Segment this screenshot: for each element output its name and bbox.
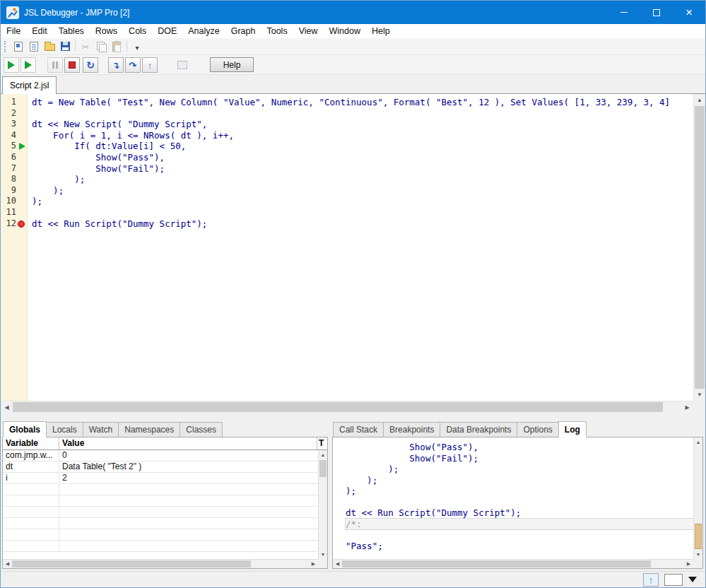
editor-code[interactable]: dt = New Table( "Test", New Column( "Val… bbox=[28, 94, 693, 401]
tab-script-2-jsl[interactable]: Script 2.jsl bbox=[2, 76, 57, 94]
editor-vertical-scrollbar[interactable] bbox=[693, 94, 705, 401]
code-line-7[interactable]: Show("Fail"); bbox=[28, 163, 693, 175]
scroll-right-arrow[interactable] bbox=[309, 560, 318, 568]
gutter-line-6[interactable]: 6 bbox=[1, 152, 27, 163]
menu-item-window[interactable]: Window bbox=[324, 24, 366, 38]
scroll-left-arrow[interactable] bbox=[333, 560, 342, 568]
column-header-type[interactable]: T bbox=[317, 437, 327, 449]
scroll-right-arrow[interactable] bbox=[681, 401, 693, 413]
code-line-10[interactable]: ); bbox=[28, 196, 693, 207]
menu-item-analyze[interactable]: Analyze bbox=[182, 24, 225, 38]
gutter-line-4[interactable]: 4 bbox=[1, 130, 27, 141]
save-button[interactable] bbox=[57, 40, 73, 54]
close-button[interactable] bbox=[673, 1, 705, 24]
gutter-line-2[interactable]: 2 bbox=[1, 108, 27, 119]
menu-item-file[interactable]: File bbox=[1, 24, 26, 38]
menu-item-graph[interactable]: Graph bbox=[225, 24, 261, 38]
open-button[interactable] bbox=[42, 40, 57, 54]
scroll-thumb[interactable] bbox=[319, 460, 326, 477]
continue-button[interactable] bbox=[20, 57, 36, 73]
minimize-button[interactable] bbox=[608, 1, 640, 24]
tab-classes[interactable]: Classes bbox=[180, 422, 223, 437]
scroll-thumb[interactable] bbox=[342, 560, 651, 568]
title-bar[interactable]: JSL Debugger - JMP Pro [2] bbox=[1, 1, 705, 24]
help-button[interactable]: Help bbox=[210, 57, 254, 72]
status-up-arrow-icon[interactable] bbox=[643, 573, 659, 587]
tab-call-stack[interactable]: Call Stack bbox=[333, 422, 384, 437]
step-into-button[interactable] bbox=[108, 57, 124, 73]
code-line-2[interactable] bbox=[28, 108, 693, 119]
scroll-thumb[interactable] bbox=[12, 560, 251, 568]
scroll-up-arrow[interactable] bbox=[694, 94, 705, 106]
gutter-line-8[interactable]: 8 bbox=[1, 174, 27, 185]
scroll-thumb[interactable] bbox=[695, 524, 702, 549]
gutter-line-11[interactable]: 11 bbox=[1, 207, 27, 218]
gutter-line-7[interactable]: 7 bbox=[1, 163, 27, 175]
breakpoint-icon[interactable] bbox=[18, 220, 25, 228]
stop-button[interactable] bbox=[64, 57, 80, 73]
current-line-arrow-icon[interactable] bbox=[19, 143, 25, 150]
tab-locals[interactable]: Locals bbox=[46, 422, 83, 437]
maximize-button[interactable] bbox=[640, 1, 673, 24]
code-line-3[interactable]: dt << New Script( "Dummy Script", bbox=[28, 119, 693, 130]
toolbar-grip[interactable] bbox=[4, 41, 7, 52]
gutter-line-12[interactable]: 12 bbox=[1, 218, 27, 230]
code-line-9[interactable]: ); bbox=[28, 185, 693, 196]
code-line-6[interactable]: Show("Pass"), bbox=[28, 152, 693, 163]
reset-button[interactable] bbox=[83, 57, 98, 73]
scroll-thumb[interactable] bbox=[13, 402, 663, 412]
paste-button[interactable] bbox=[109, 40, 124, 54]
scroll-left-arrow[interactable] bbox=[1, 401, 13, 413]
gutter-line-1[interactable]: 1 bbox=[1, 97, 27, 108]
menu-item-edit[interactable]: Edit bbox=[26, 24, 53, 38]
scroll-up-arrow[interactable] bbox=[694, 437, 702, 447]
tab-globals[interactable]: Globals bbox=[3, 421, 47, 437]
editor-horizontal-scrollbar[interactable] bbox=[1, 401, 693, 413]
gutter-line-5[interactable]: 5 bbox=[1, 141, 27, 152]
cut-button[interactable] bbox=[78, 40, 93, 54]
menu-item-doe[interactable]: DOE bbox=[152, 24, 182, 38]
tab-options[interactable]: Options bbox=[517, 422, 558, 437]
code-line-11[interactable] bbox=[28, 207, 693, 218]
log-content[interactable]: Show("Pass"), Show("Fail"); ); );); dt <… bbox=[333, 437, 693, 559]
variables-vertical-scrollbar[interactable] bbox=[318, 450, 327, 559]
scroll-down-arrow[interactable] bbox=[319, 550, 327, 559]
tab-log[interactable]: Log bbox=[558, 421, 587, 437]
variables-horizontal-scrollbar[interactable] bbox=[3, 559, 318, 568]
menu-item-rows[interactable]: Rows bbox=[90, 24, 123, 38]
new-script-button[interactable] bbox=[11, 40, 26, 54]
toolbar-overflow-button[interactable] bbox=[129, 40, 145, 54]
tab-data-breakpoints[interactable]: Data Breakpoints bbox=[440, 422, 517, 437]
variable-row[interactable]: com.jmp.w...0 bbox=[3, 450, 318, 461]
log-horizontal-scrollbar[interactable] bbox=[333, 559, 693, 568]
log-vertical-scrollbar[interactable] bbox=[693, 437, 702, 559]
gutter-line-3[interactable]: 3 bbox=[1, 119, 27, 130]
status-dropdown-icon[interactable] bbox=[688, 577, 697, 582]
variable-row[interactable]: dtData Table( "Test 2" ) bbox=[3, 461, 318, 473]
code-line-1[interactable]: dt = New Table( "Test", New Column( "Val… bbox=[28, 97, 693, 108]
menu-item-help[interactable]: Help bbox=[366, 24, 396, 38]
new-data-table-button[interactable] bbox=[26, 40, 42, 54]
step-over-button[interactable] bbox=[125, 57, 141, 73]
menu-item-cols[interactable]: Cols bbox=[123, 24, 152, 38]
column-header-variable[interactable]: Variable bbox=[3, 437, 59, 449]
panel-splitter[interactable] bbox=[1, 413, 705, 421]
gutter-line-9[interactable]: 9 bbox=[1, 185, 27, 196]
menu-item-tools[interactable]: Tools bbox=[261, 24, 293, 38]
tab-namespaces[interactable]: Namespaces bbox=[118, 422, 180, 437]
variable-row[interactable]: i2 bbox=[3, 473, 318, 484]
code-line-4[interactable]: For( i = 1, i <= NRows( dt ), i++, bbox=[28, 130, 693, 141]
step-out-button[interactable] bbox=[142, 57, 158, 73]
code-line-5[interactable]: If( dt:Value[i] < 50, bbox=[28, 141, 693, 152]
column-header-value[interactable]: Value bbox=[59, 437, 317, 449]
code-line-12[interactable]: dt << Run Script("Dummy Script"); bbox=[28, 218, 693, 230]
scroll-thumb[interactable] bbox=[695, 106, 705, 389]
scroll-left-arrow[interactable] bbox=[3, 560, 12, 568]
scroll-down-arrow[interactable] bbox=[694, 550, 702, 559]
tab-watch[interactable]: Watch bbox=[83, 422, 119, 437]
scroll-right-arrow[interactable] bbox=[684, 560, 693, 568]
pause-button[interactable] bbox=[47, 57, 63, 73]
inspect-button[interactable] bbox=[175, 57, 190, 73]
code-line-8[interactable]: ); bbox=[28, 174, 693, 185]
menu-item-view[interactable]: View bbox=[293, 24, 324, 38]
